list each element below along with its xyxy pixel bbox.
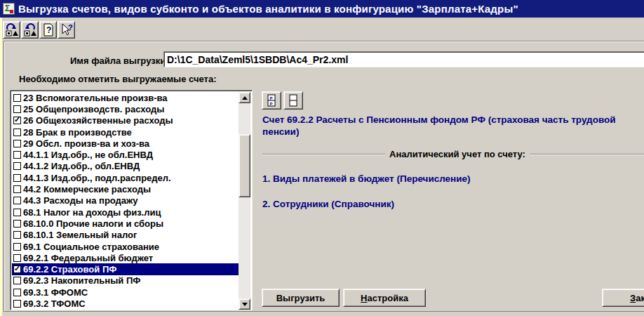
account-label: 44.1.1 Изд.обр., не обл.ЕНВД <box>23 150 153 160</box>
account-row[interactable]: 44.1.3 Изд.обр., подл.распредел. <box>12 172 240 183</box>
accounts-list: 23 Вспомогательные произв-ва25 Общепроиз… <box>12 92 240 310</box>
account-row[interactable]: 68.10.1 Земельный налог <box>12 230 240 241</box>
account-row[interactable]: 44.3 Расходы на продажу <box>12 195 240 206</box>
scroll-up-button[interactable] <box>239 92 250 103</box>
account-row[interactable]: 69.3.1 ФФОМС <box>12 287 240 298</box>
checkbox-icon[interactable] <box>13 105 21 113</box>
show-subaccounts-button[interactable]: Р Р <box>262 91 281 110</box>
checkbox-icon[interactable] <box>13 117 21 124</box>
account-label: 23 Вспомогательные произв-ва <box>23 93 168 103</box>
account-label: 68.10.0 Прочие налоги и сборы <box>23 218 163 229</box>
account-label: 25 Общепроизводств. расходы <box>23 104 164 114</box>
settings-button[interactable]: Настройка <box>343 289 426 307</box>
account-label: 29 Обсл. произв-ва и хоз-ва <box>23 138 149 149</box>
export-button-label: Выгрузить <box>276 293 326 303</box>
checkbox-icon[interactable] <box>13 220 21 228</box>
checkbox-icon[interactable] <box>13 185 21 193</box>
checkbox-icon[interactable] <box>13 174 21 182</box>
svg-text:Р: Р <box>270 96 273 100</box>
checkbox-icon[interactable] <box>13 289 21 296</box>
account-row[interactable]: 69.3.2 ТФОМС <box>12 298 240 309</box>
checkbox-icon[interactable] <box>13 94 21 102</box>
account-label: 44.1.3 Изд.обр., подл.распредел. <box>23 173 171 183</box>
account-row[interactable]: 23 Вспомогательные произв-ва <box>12 92 240 103</box>
checkbox-icon[interactable] <box>13 265 21 273</box>
account-row[interactable]: 44.1.2 Изд.обр., обл.ЕНВД <box>12 161 240 172</box>
accounts-listbox: 23 Вспомогательные произв-ва25 Общепроиз… <box>10 90 253 310</box>
checkbox-icon[interactable] <box>13 209 21 216</box>
account-label: 69.3.2 ТФОМС <box>23 298 86 309</box>
checkbox-icon[interactable] <box>13 277 21 284</box>
account-label: 44.2 Коммерческие расходы <box>23 184 151 195</box>
account-row[interactable]: 25 Общепроизводств. расходы <box>12 103 240 114</box>
split-cells-filled-icon: Р Р <box>267 94 276 107</box>
accounts-scrollbar[interactable] <box>239 92 250 310</box>
account-row[interactable]: 26 Общехозяйственные расходы <box>12 115 240 126</box>
checkbox-icon[interactable] <box>13 300 21 308</box>
account-label: 69.3.1 ФФОМС <box>23 287 88 298</box>
checkbox-icon[interactable] <box>13 162 21 170</box>
account-row[interactable]: 28 Брак в производстве <box>12 126 240 138</box>
checkbox-icon[interactable] <box>13 254 21 262</box>
checkbox-icon[interactable] <box>13 231 21 239</box>
account-label: 68.10.1 Земельный налог <box>23 230 137 240</box>
checkbox-icon[interactable] <box>13 197 21 204</box>
account-label: 69.1 Социальное страхование <box>23 242 159 252</box>
analytic-item-2: 2. Сотрудники (Справочник) <box>262 199 394 209</box>
account-row[interactable]: 69.2.2 Страховой ПФ <box>12 263 240 275</box>
settings-button-label: астройка <box>367 293 408 303</box>
account-row[interactable]: 69.1 Социальное страхование <box>12 241 240 252</box>
analytic-separator: Аналитический учет по счету: <box>262 149 644 159</box>
separator-line-left <box>262 154 385 155</box>
svg-text:Р: Р <box>270 102 273 106</box>
checkbox-icon[interactable] <box>13 243 21 251</box>
account-label: 44.3 Расходы на продажу <box>23 195 138 206</box>
help-button[interactable]: ? <box>39 21 57 39</box>
export-button[interactable]: Выгрузить <box>262 289 340 307</box>
account-row[interactable]: 69.2.1 Федеральный бюджет <box>12 252 240 263</box>
file-name-input[interactable] <box>163 51 644 67</box>
account-label: 44.1.2 Изд.обр., обл.ЕНВД <box>23 161 140 171</box>
account-description: Счет 69.2.2 Расчеты с Пенсионным фондом … <box>262 114 643 138</box>
analytic-section-title: Аналитический учет по счету: <box>385 149 530 159</box>
accounts-list-label: Необходимо отметить выгружаемые счета: <box>19 74 217 84</box>
title-bar: Выгрузка счетов, видов субконто и объект… <box>0 0 644 18</box>
scroll-down-button[interactable] <box>239 298 250 310</box>
checkbox-icon[interactable] <box>13 151 21 159</box>
checkbox-icon[interactable] <box>13 129 21 136</box>
unmark-all-icon <box>23 23 36 37</box>
close-button-label: акр <box>636 293 644 303</box>
close-button-accel: З <box>630 293 636 303</box>
mark-all-button[interactable] <box>3 21 20 39</box>
split-cells-empty-icon <box>289 94 297 107</box>
account-row[interactable]: 69.2.3 Накопительный ПФ <box>12 275 240 287</box>
unmark-all-button[interactable] <box>21 21 39 39</box>
account-row[interactable]: 68.10.0 Прочие налоги и сборы <box>12 218 240 229</box>
arrow-up-icon <box>242 96 248 100</box>
analytic-item-1: 1. Виды платежей в бюджет (Перечисление) <box>262 173 471 184</box>
svg-text:?: ? <box>68 23 73 32</box>
help-icon: ? <box>42 23 55 37</box>
account-row[interactable]: 68.1 Налог на доходы физ.лиц <box>12 206 240 218</box>
separator-line-right <box>530 154 644 155</box>
settings-button-accel: Н <box>361 293 367 303</box>
file-name-label: Имя файла выгрузки: <box>70 55 160 66</box>
close-button[interactable]: Закр <box>602 289 644 307</box>
account-row[interactable]: 44.2 Коммерческие расходы <box>12 183 240 195</box>
hide-subaccounts-button[interactable] <box>283 91 303 110</box>
context-help-icon: ? <box>60 23 74 37</box>
svg-text:?: ? <box>46 25 51 35</box>
window-title: Выгрузка счетов, видов субконто и объект… <box>18 3 518 15</box>
account-label: 69.2.2 Страховой ПФ <box>23 264 116 275</box>
account-row[interactable]: 29 Обсл. произв-ва и хоз-ва <box>12 138 240 149</box>
account-label: 69.2.3 Накопительный ПФ <box>23 275 140 286</box>
window-icon <box>3 3 15 15</box>
account-label: 28 Брак в производстве <box>23 127 132 138</box>
scrollbar-thumb[interactable] <box>239 134 250 197</box>
context-help-button[interactable]: ? <box>58 21 75 39</box>
account-row[interactable]: 44.1.1 Изд.обр., не обл.ЕНВД <box>12 149 240 160</box>
account-label: 68.1 Налог на доходы физ.лиц <box>23 207 161 218</box>
account-label: 26 Общехозяйственные расходы <box>23 115 173 126</box>
checkbox-icon[interactable] <box>13 140 21 147</box>
account-label: 69.2.1 Федеральный бюджет <box>23 253 153 263</box>
